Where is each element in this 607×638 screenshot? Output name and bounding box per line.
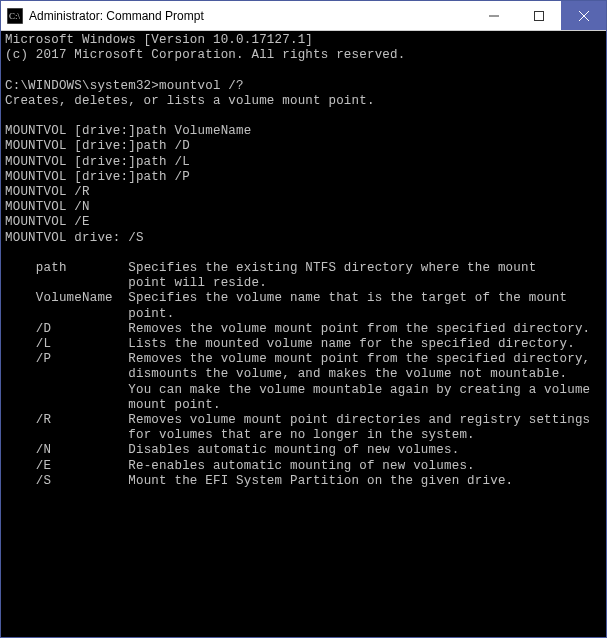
- minimize-icon: [489, 11, 499, 21]
- terminal-line: MOUNTVOL [drive:]path VolumeName: [5, 124, 602, 139]
- terminal-line: MOUNTVOL drive: /S: [5, 231, 602, 246]
- terminal-line: /P Removes the volume mount point from t…: [5, 352, 602, 367]
- close-button[interactable]: [561, 1, 606, 30]
- command-prompt-window: C:\ Administrator: Command Prompt: [0, 0, 607, 638]
- cmd-icon: C:\: [7, 8, 23, 24]
- terminal-line: [5, 63, 602, 78]
- terminal-line: mount point.: [5, 398, 602, 413]
- maximize-button[interactable]: [516, 1, 561, 30]
- maximize-icon: [534, 11, 544, 21]
- close-icon: [579, 11, 589, 21]
- terminal-line: /S Mount the EFI System Partition on the…: [5, 474, 602, 489]
- terminal-line: [5, 109, 602, 124]
- terminal-line: for volumes that are no longer in the sy…: [5, 428, 602, 443]
- titlebar-buttons: [471, 1, 606, 30]
- terminal-line: MOUNTVOL /R: [5, 185, 602, 200]
- terminal-line: point.: [5, 307, 602, 322]
- minimize-button[interactable]: [471, 1, 516, 30]
- terminal-line: (c) 2017 Microsoft Corporation. All righ…: [5, 48, 602, 63]
- terminal-line: [5, 246, 602, 261]
- terminal-line: MOUNTVOL /E: [5, 215, 602, 230]
- terminal-line: point will reside.: [5, 276, 602, 291]
- terminal-line: /R Removes volume mount point directorie…: [5, 413, 602, 428]
- window-title: Administrator: Command Prompt: [29, 9, 471, 23]
- terminal-line: /L Lists the mounted volume name for the…: [5, 337, 602, 352]
- svg-rect-3: [534, 11, 543, 20]
- terminal-line: dismounts the volume, and makes the volu…: [5, 367, 602, 382]
- terminal-line: VolumeName Specifies the volume name tha…: [5, 291, 602, 306]
- svg-text:C:\: C:\: [9, 11, 21, 21]
- titlebar[interactable]: C:\ Administrator: Command Prompt: [1, 1, 606, 31]
- terminal-line: MOUNTVOL [drive:]path /P: [5, 170, 602, 185]
- terminal-line: You can make the volume mountable again …: [5, 383, 602, 398]
- terminal-line: C:\WINDOWS\system32>mountvol /?: [5, 79, 602, 94]
- terminal-line: Microsoft Windows [Version 10.0.17127.1]: [5, 33, 602, 48]
- terminal-line: MOUNTVOL /N: [5, 200, 602, 215]
- terminal-line: /D Removes the volume mount point from t…: [5, 322, 602, 337]
- terminal-line: MOUNTVOL [drive:]path /L: [5, 155, 602, 170]
- terminal-line: Creates, deletes, or lists a volume moun…: [5, 94, 602, 109]
- terminal-output[interactable]: Microsoft Windows [Version 10.0.17127.1]…: [1, 31, 606, 637]
- terminal-line: /E Re-enables automatic mounting of new …: [5, 459, 602, 474]
- terminal-line: /N Disables automatic mounting of new vo…: [5, 443, 602, 458]
- terminal-line: path Specifies the existing NTFS directo…: [5, 261, 602, 276]
- terminal-line: MOUNTVOL [drive:]path /D: [5, 139, 602, 154]
